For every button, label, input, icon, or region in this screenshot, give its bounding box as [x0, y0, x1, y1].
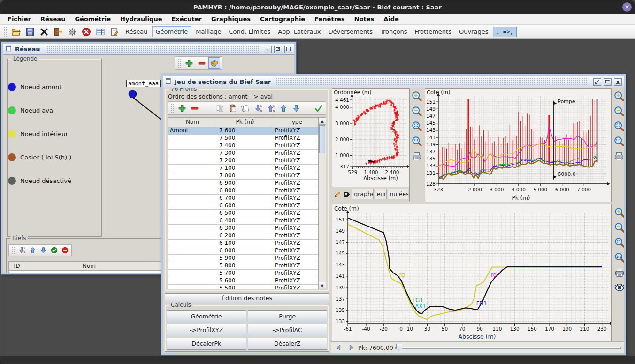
copy-button[interactable] — [214, 102, 226, 114]
cross-section-chart[interactable]: -61-40-200103050709011013015017019021023… — [332, 204, 611, 341]
menu-aide[interactable]: Aide — [379, 15, 403, 23]
plan-tab-nulees[interactable]: nulées — [388, 189, 408, 199]
scroll-down-button[interactable]: ▼ — [319, 282, 326, 289]
cell-nom[interactable] — [168, 187, 217, 194]
sort-ascending-button[interactable]: 19 — [265, 102, 276, 114]
cell-nom[interactable] — [168, 225, 217, 232]
toolbar-grip[interactable] — [177, 59, 181, 68]
open-folder-icon[interactable] — [10, 26, 22, 38]
calc-button-purge[interactable]: Purge — [248, 310, 328, 322]
pk-slider[interactable] — [395, 343, 621, 352]
cell-nom[interactable] — [168, 240, 217, 247]
table-row[interactable]: 7 300ProfilXYZ — [168, 150, 318, 157]
table-row[interactable]: 5 900ProfilXYZ — [168, 255, 318, 262]
toolbar-button-deversements[interactable]: Déversements — [325, 27, 375, 37]
zoom-in-icon[interactable] — [613, 206, 624, 219]
cell-nom[interactable] — [168, 255, 217, 262]
toolbar-button-maillage[interactable]: Maillage — [193, 27, 224, 37]
table-row[interactable]: 5 800ProfilXYZ — [168, 262, 318, 269]
toolbar-grip[interactable] — [170, 104, 174, 113]
cell-pk[interactable]: 7 600 — [217, 127, 273, 134]
cell-nom[interactable]: Amont — [168, 127, 217, 134]
cell-type[interactable]: ProfilXYZ — [273, 255, 318, 262]
cell-nom[interactable] — [168, 232, 217, 239]
toolbar-button-cond-limites[interactable]: Cond. Limites — [226, 27, 273, 37]
delete-icon[interactable] — [38, 26, 50, 38]
table-row[interactable]: 6 900ProfilXYZ — [168, 180, 318, 187]
close-button[interactable] — [614, 78, 622, 86]
menu-cartographie[interactable]: Cartographie — [256, 15, 309, 23]
move-down-button[interactable] — [290, 102, 302, 114]
cell-type[interactable]: ProfilXYZ — [273, 202, 318, 209]
previous-section-button[interactable] — [334, 343, 344, 352]
cell-pk[interactable]: 6 600 — [217, 202, 273, 209]
cell-type[interactable]: ProfilXYZ — [273, 270, 318, 277]
quit-icon[interactable] — [52, 26, 64, 38]
menu-executer[interactable]: Exécuter — [167, 15, 206, 23]
cell-pk[interactable]: 6 200 — [217, 232, 273, 239]
cell-pk[interactable]: 6 300 — [217, 225, 273, 232]
cell-pk[interactable]: 5 800 — [217, 262, 273, 269]
cell-nom[interactable] — [168, 247, 217, 254]
table-row[interactable]: 6 300ProfilXYZ — [168, 225, 318, 232]
toolbar-button-frottements[interactable]: Frottements — [412, 27, 454, 37]
cell-type[interactable]: ProfilXYZ — [273, 157, 318, 164]
paste-button[interactable] — [227, 102, 238, 114]
menu-graphiques[interactable]: Graphiques — [207, 15, 255, 23]
cell-type[interactable]: ProfilXYZ — [273, 142, 318, 149]
print-icon[interactable] — [613, 266, 624, 279]
cell-type[interactable]: ProfilXYZ — [273, 135, 318, 142]
cell-pk[interactable]: 6 500 — [217, 210, 273, 217]
cell-type[interactable]: ProfilXYZ — [273, 232, 318, 239]
cell-nom[interactable] — [168, 180, 217, 187]
cell-nom[interactable] — [168, 150, 217, 157]
scrollbar-thumb[interactable] — [319, 125, 325, 153]
column-header-type[interactable]: Type — [273, 118, 318, 127]
zoom-in-icon[interactable] — [410, 90, 423, 102]
cell-pk[interactable]: 7 400 — [217, 142, 273, 149]
zoom-out-icon[interactable] — [613, 221, 624, 234]
notes-icon[interactable] — [108, 26, 121, 38]
zoom-one-to-one-icon[interactable]: 1:1 — [613, 251, 624, 264]
sections-window-titlebar[interactable]: Jeu de sections du Bief Saar — [163, 76, 624, 88]
zoom-fit-icon[interactable] — [613, 236, 624, 249]
add-profile-button[interactable] — [176, 102, 188, 114]
table-row[interactable]: 6 700ProfilXYZ — [168, 195, 318, 202]
grid-icon[interactable] — [94, 26, 107, 38]
cell-pk[interactable]: 6 700 — [217, 195, 273, 202]
cell-type[interactable]: ProfilXYZ — [273, 165, 318, 172]
next-section-button[interactable] — [346, 343, 356, 352]
toolbar-grip[interactable] — [11, 247, 15, 254]
menu-fichier[interactable]: Fichier — [3, 15, 35, 23]
cell-pk[interactable]: 6 800 — [217, 187, 273, 194]
print-icon[interactable] — [612, 150, 624, 162]
cell-pk[interactable]: 7 500 — [217, 135, 273, 142]
zoom-fit-icon[interactable] — [612, 120, 624, 132]
table-row[interactable]: 6 100ProfilXYZ — [168, 240, 318, 247]
table-row[interactable]: 6 200ProfilXYZ — [168, 232, 318, 239]
minimize-button[interactable] — [264, 46, 272, 53]
cell-type[interactable]: ProfilXYZ — [273, 240, 318, 247]
cell-type[interactable]: ProfilXYZ — [273, 172, 318, 179]
table-row[interactable]: 5 700ProfilXYZ — [168, 270, 318, 277]
remove-profile-button[interactable] — [189, 102, 200, 114]
move-up-button[interactable] — [277, 102, 289, 114]
maximize-button[interactable] — [274, 46, 282, 53]
add-node-button[interactable] — [183, 57, 195, 69]
app-close-button[interactable]: ✕ — [622, 2, 632, 12]
table-row[interactable]: 7 100ProfilXYZ — [168, 165, 318, 172]
toolbar-button-troncons[interactable]: Tronçons — [377, 27, 410, 37]
minimize-button[interactable] — [593, 78, 601, 86]
cell-pk[interactable]: 7 200 — [217, 157, 273, 164]
cell-nom[interactable] — [168, 165, 217, 172]
save-icon[interactable] — [24, 26, 36, 38]
enable-bief-button[interactable] — [49, 245, 59, 255]
move-up-button[interactable] — [28, 245, 38, 255]
biefs-column-id[interactable]: ID — [9, 262, 25, 270]
cell-pk[interactable]: 7 300 — [217, 150, 273, 157]
cell-type[interactable]: ProfilXYZ — [273, 187, 318, 194]
table-row[interactable]: 7 400ProfilXYZ — [168, 142, 318, 149]
menu-fenetres[interactable]: Fenêtres — [310, 15, 349, 23]
zoom-one-to-one-icon[interactable]: 1:1 — [410, 135, 423, 147]
cell-pk[interactable]: 7 100 — [217, 165, 273, 172]
